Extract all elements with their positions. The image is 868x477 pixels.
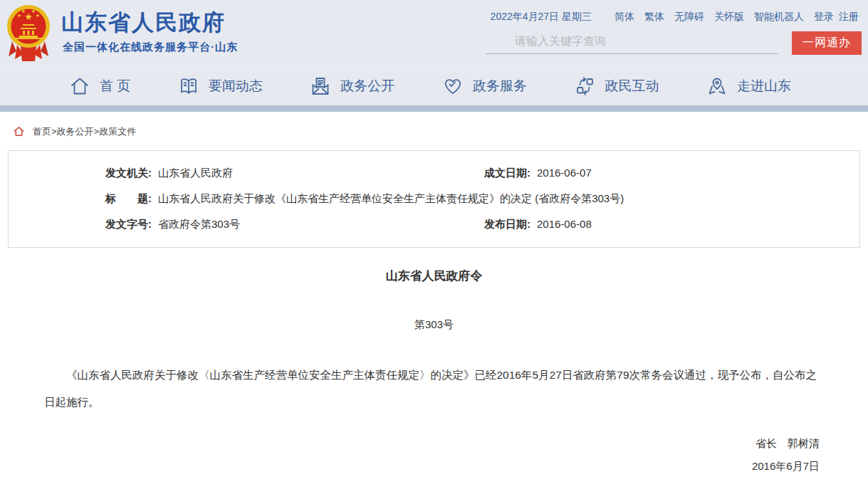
link-accessibility[interactable]: 无障碍 xyxy=(674,11,704,23)
decree-title: 山东省人民政府令 xyxy=(0,268,868,284)
link-care-version[interactable]: 关怀版 xyxy=(714,11,744,23)
meta-row-1: 发文机关: 山东省人民政府 成文日期: 2016-06-07 xyxy=(105,166,845,180)
utility-links: 2022年4月27日 星期三 简体 繁体 无障碍 关怀版 智能机器人 登录 注册 xyxy=(491,11,859,23)
link-simplified[interactable]: 简体 xyxy=(615,11,634,23)
current-date: 2022年4月27日 星期三 xyxy=(491,11,592,23)
meta-row-2: 标 题: 山东省人民政府关于修改《山东省生产经营单位安全生产主体责任规定》的决定… xyxy=(105,192,845,206)
written-date-value: 2016-06-07 xyxy=(537,166,592,180)
nav-label: 要闻动态 xyxy=(209,77,263,95)
svg-text:★: ★ xyxy=(17,13,21,18)
exchange-arrows-icon xyxy=(574,75,595,97)
mail-document-icon xyxy=(310,75,331,97)
document-body: 山东省人民政府令 第303号 《山东省人民政府关于修改〈山东省生产经营单位安全生… xyxy=(0,268,868,473)
nav-label: 政务公开 xyxy=(340,77,394,95)
nav-item-news[interactable]: 要闻动态 xyxy=(178,75,263,97)
heart-check-icon xyxy=(442,75,464,97)
nav-item-home[interactable]: 首 页 xyxy=(69,75,130,97)
nav-label: 走进山东 xyxy=(737,77,791,95)
nav-item-interaction[interactable]: 政民互动 xyxy=(574,75,659,97)
link-register[interactable]: 注册 xyxy=(839,11,859,23)
china-national-emblem-icon: ★ ★ ★ ★ ★ xyxy=(6,3,51,64)
signature-line: 省长 郭树清 xyxy=(0,437,820,451)
site-title: 山东省人民政府 xyxy=(61,8,226,38)
map-pin-icon xyxy=(706,75,728,97)
breadcrumb[interactable]: 首页>政务公开>政策文件 xyxy=(0,112,868,139)
nav-label: 首 页 xyxy=(100,77,130,95)
doc-title-label: 标 题: xyxy=(105,192,152,206)
link-traditional[interactable]: 繁体 xyxy=(644,11,664,23)
search-bar xyxy=(486,31,778,54)
issuing-org-label: 发文机关: xyxy=(105,166,152,180)
open-book-icon xyxy=(178,75,199,97)
issuing-org-value: 山东省人民政府 xyxy=(158,166,233,180)
doc-meta-card: 发文机关: 山东省人民政府 成文日期: 2016-06-07 标 题: 山东省人… xyxy=(8,150,860,248)
publish-date-value: 2016-06-08 xyxy=(537,217,592,231)
search-input[interactable] xyxy=(486,31,778,54)
nav-label: 政务服务 xyxy=(473,77,527,95)
yiwangtongban-button[interactable]: 一网通办 xyxy=(792,31,862,55)
nav-item-services[interactable]: 政务服务 xyxy=(442,75,527,97)
doc-no-value: 省政府令第303号 xyxy=(158,217,240,231)
nav-item-about-shandong[interactable]: 走进山东 xyxy=(706,75,791,97)
site-header: ★ ★ ★ ★ ★ 山东省人民政府 全国一体化在线政务服务平台·山东 2022年… xyxy=(0,0,868,66)
written-date-label: 成文日期: xyxy=(484,166,530,180)
breadcrumb-path[interactable]: 首页>政务公开>政策文件 xyxy=(33,125,136,138)
home-icon-red xyxy=(13,125,25,137)
svg-text:★: ★ xyxy=(36,13,40,18)
nav-divider-band xyxy=(0,105,868,112)
decree-number: 第303号 xyxy=(0,318,868,332)
publish-date-label: 发布日期: xyxy=(484,217,530,231)
doc-title-value: 山东省人民政府关于修改《山东省生产经营单位安全生产主体责任规定》的决定 (省政府… xyxy=(158,192,624,206)
doc-no-label: 发文字号: xyxy=(105,217,152,231)
site-subtitle: 全国一体化在线政务服务平台·山东 xyxy=(63,41,238,54)
home-icon xyxy=(69,75,90,97)
signature-date: 2016年6月7日 xyxy=(0,460,820,473)
main-nav: 首 页 要闻动态 政务公开 政务服务 政民互动 xyxy=(0,66,868,105)
nav-label: 政民互动 xyxy=(605,77,659,95)
nav-item-gov-info[interactable]: 政务公开 xyxy=(310,75,394,97)
link-smart-robot[interactable]: 智能机器人 xyxy=(754,11,804,23)
decree-paragraph: 《山东省人民政府关于修改〈山东省生产经营单位安全生产主体责任规定〉的决定》已经2… xyxy=(44,362,822,416)
meta-row-3: 发文字号: 省政府令第303号 发布日期: 2016-06-08 xyxy=(105,217,845,231)
link-login[interactable]: 登录 xyxy=(814,11,834,23)
svg-text:★: ★ xyxy=(21,9,26,14)
